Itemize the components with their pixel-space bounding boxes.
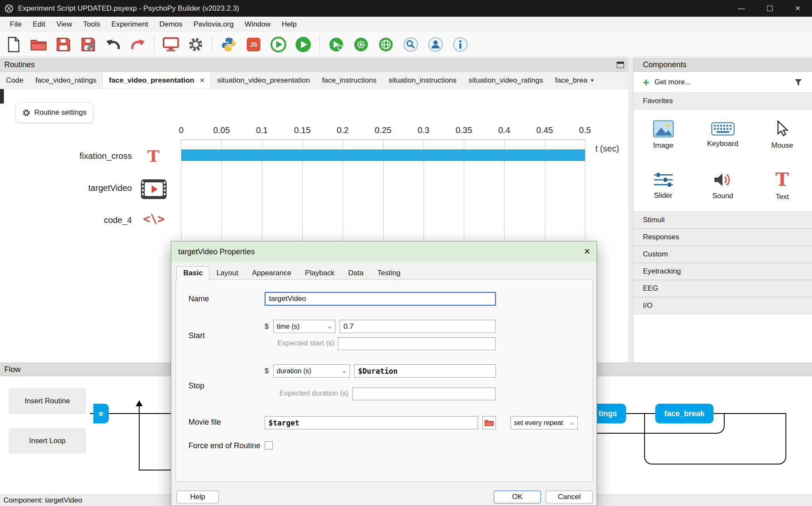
dialog-tab-data[interactable]: Data [341, 266, 370, 281]
section-eeg[interactable]: EEG [633, 280, 812, 297]
minimize-button[interactable]: — [727, 0, 755, 17]
pavlovia-user-button[interactable] [424, 33, 447, 56]
component-row-label-fixation-cross[interactable]: fixation_cross [26, 151, 132, 161]
dialog-close-button[interactable]: ✕ [584, 247, 591, 256]
tab-face-brea[interactable]: face_brea ▾ [549, 72, 600, 89]
menu-pavlovia[interactable]: Pavlovia.org [188, 17, 239, 32]
section-stimuli[interactable]: Stimuli [633, 211, 812, 229]
compile-python-button[interactable] [218, 33, 240, 56]
tab-overflow-icon[interactable]: ▾ [591, 77, 594, 83]
cancel-button[interactable]: Cancel [546, 491, 593, 503]
dialog-tab-playback[interactable]: Playback [298, 266, 341, 281]
menu-window[interactable]: Window [239, 17, 276, 32]
maximize-button[interactable] [755, 0, 784, 17]
menu-demos[interactable]: Demos [154, 17, 188, 32]
component-row-label-code-4[interactable]: code_4 [26, 215, 132, 225]
tab-face-video-presentation[interactable]: face_video_presentation ✕ [102, 72, 211, 89]
menu-tools[interactable]: Tools [78, 17, 106, 32]
run-online-button[interactable] [325, 33, 347, 56]
tab-situation-instructions[interactable]: situation_instructions [382, 72, 463, 89]
get-more-button[interactable]: Get more... [654, 78, 691, 86]
section-label: Stimuli [643, 216, 665, 224]
insert-routine-button[interactable]: Insert Routine [9, 389, 86, 414]
run-online-debug-button[interactable] [350, 33, 372, 56]
code-component-icon[interactable]: <\> [143, 213, 165, 225]
start-type-dropdown[interactable]: time (s) ⌄ [273, 320, 335, 333]
component-keyboard[interactable]: Keyboard [693, 110, 752, 161]
stop-value-input[interactable] [354, 364, 496, 378]
tab-face-video-ratings[interactable]: face_video_ratings [30, 72, 103, 89]
browse-file-button[interactable] [482, 416, 496, 429]
component-text[interactable]: T Text [752, 161, 812, 211]
section-responses[interactable]: Responses [633, 229, 812, 246]
insert-loop-button[interactable]: Insert Loop [9, 429, 86, 453]
tab-face-instructions[interactable]: face_instructions [316, 72, 383, 89]
menu-help[interactable]: Help [276, 17, 302, 32]
movie-update-value: set every repeat [514, 419, 563, 427]
component-row-label-targetVideo[interactable]: targetVideo [26, 183, 132, 193]
menu-view[interactable]: View [51, 17, 78, 32]
panel-splitter[interactable] [628, 58, 633, 363]
tab-close-icon[interactable]: ✕ [200, 77, 205, 84]
section-io[interactable]: I/O [633, 297, 812, 314]
tab-label: face_video_ratings [36, 76, 97, 85]
new-file-button[interactable] [3, 33, 25, 56]
filter-button[interactable] [794, 78, 803, 86]
send-to-runner-button[interactable] [267, 33, 290, 56]
menu-file[interactable]: File [4, 17, 27, 32]
expected-start-input[interactable] [338, 337, 496, 350]
redo-icon [130, 38, 146, 51]
save-button[interactable] [52, 33, 75, 56]
menu-edit[interactable]: Edit [27, 17, 51, 32]
component-mouse[interactable]: Mouse [752, 110, 812, 161]
search-pavlovia-button[interactable] [400, 33, 422, 56]
component-image[interactable]: Image [633, 110, 693, 161]
dialog-tab-layout[interactable]: Layout [209, 266, 245, 281]
section-custom[interactable]: Custom [633, 246, 812, 263]
flow-node-face-break[interactable]: face_break [655, 404, 713, 423]
pavlovia-info-button[interactable] [449, 33, 472, 56]
dialog-tab-basic[interactable]: Basic [176, 266, 209, 281]
toolbar-separator [212, 36, 212, 54]
section-eyetracking[interactable]: Eyetracking [633, 263, 812, 280]
open-file-button[interactable] [27, 33, 50, 56]
movie-file-input[interactable] [265, 416, 478, 429]
compile-js-button[interactable]: JS [242, 33, 265, 56]
component-sound[interactable]: Sound [693, 161, 752, 211]
save-as-button[interactable] [77, 33, 99, 56]
undo-button[interactable] [102, 33, 124, 56]
sound-icon [713, 172, 732, 188]
name-input[interactable] [265, 292, 496, 306]
experiment-settings-button[interactable] [185, 33, 207, 56]
help-button[interactable]: Help [176, 491, 219, 503]
window-title: Experiment Script UPDATED.psyexp - Psych… [18, 4, 239, 13]
movie-component-icon[interactable] [140, 179, 167, 201]
start-value-input[interactable] [340, 320, 496, 333]
expected-duration-input[interactable] [352, 387, 496, 400]
flow-node-partial[interactable]: e [93, 404, 109, 423]
component-slider[interactable]: Slider [633, 161, 693, 211]
fixation-cross-duration-bar[interactable] [181, 149, 585, 161]
dialog-tab-appearance[interactable]: Appearance [245, 266, 298, 281]
detach-pane-icon[interactable] [617, 62, 624, 68]
run-button[interactable] [292, 33, 314, 56]
redo-button[interactable] [127, 33, 149, 56]
ok-button[interactable]: OK [494, 491, 541, 503]
close-button[interactable]: ✕ [784, 0, 812, 17]
gear-icon [22, 109, 30, 117]
dialog-tab-testing[interactable]: Testing [370, 266, 407, 281]
timeline-tick-label: 0.45 [536, 125, 553, 135]
menu-experiment[interactable]: Experiment [106, 17, 154, 32]
tab-situation-video-presentation[interactable]: situation_video_presentation [211, 72, 316, 89]
force-end-checkbox[interactable] [265, 441, 273, 449]
tab-situation-video-ratings[interactable]: situation_video_ratings [463, 72, 549, 89]
sync-pavlovia-button[interactable] [375, 33, 397, 56]
tab-code[interactable]: Code [0, 72, 30, 89]
stop-type-dropdown[interactable]: duration (s) ⌄ [273, 364, 350, 378]
movie-update-dropdown[interactable]: set every repeat ⌄ [510, 416, 578, 429]
routine-settings-button[interactable]: Routine settings [15, 102, 93, 123]
dialog-titlebar[interactable]: targetVideo Properties [171, 241, 597, 262]
monitor-center-button[interactable] [160, 33, 182, 56]
section-favorites[interactable]: Favorites [633, 92, 812, 110]
text-component-icon[interactable]: T [147, 148, 159, 164]
